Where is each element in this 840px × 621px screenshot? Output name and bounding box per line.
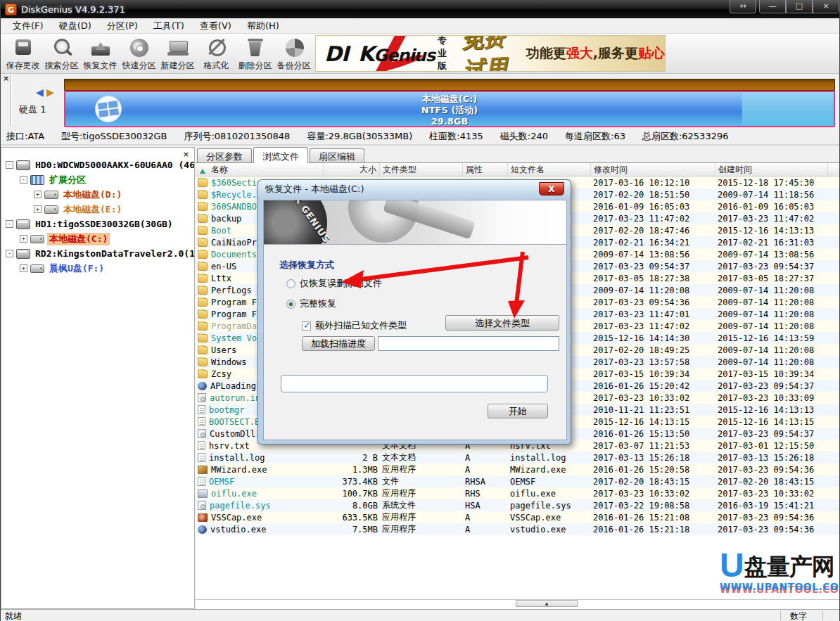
file-ctime-cell: 2009-07-14 11:20:08 (715, 297, 828, 307)
menu-item[interactable]: 硬盘(D) (51, 18, 99, 34)
tree-item[interactable]: +本地磁盘(C:) (1, 231, 194, 246)
scan-progress-path-input[interactable] (378, 336, 559, 351)
disk-icon (16, 219, 30, 229)
file-mtime-cell: 2009-07-14 13:08:56 (591, 250, 715, 260)
tree-expander-icon[interactable]: - (6, 250, 13, 257)
menu-item[interactable]: 文件(F) (5, 18, 51, 34)
file-row[interactable]: vstudio.exe7.5MB应用程序Avstudio.exe2016-01-… (196, 523, 840, 535)
maximize-button[interactable]: □ (786, 0, 813, 13)
start-button[interactable]: 开始 (488, 404, 548, 418)
file-row[interactable]: install.log2 B文本文档Ainstall.log2017-03-13… (196, 452, 840, 463)
tree-expander-icon[interactable]: + (20, 264, 27, 272)
checkbox-checked-icon[interactable] (302, 321, 311, 331)
file-mtime-cell: 2017-03-05 18:27:38 (591, 274, 715, 283)
toolbar-button-format[interactable]: 格式化 (197, 35, 236, 72)
file-type-cell: 应用程序 (380, 463, 463, 475)
menu-item[interactable]: 分区(P) (99, 18, 146, 34)
column-header[interactable]: 修改时间 (591, 163, 715, 176)
column-header[interactable]: 名称 (196, 163, 324, 176)
file-row[interactable]: OEMSF373.4KB文件RHSAOEMSF2017-02-20 18:43:… (196, 475, 840, 487)
file-ctime-cell: 2017-03-15 10:39:34 (715, 369, 828, 379)
tree-expander-icon[interactable]: + (20, 235, 27, 243)
tab-inactive[interactable]: 分区参数 (197, 148, 252, 162)
file-name: Users (211, 345, 236, 355)
tree-item[interactable]: +本地磁盘(E:) (1, 202, 194, 217)
toolbar-button-search[interactable]: 搜索分区 (42, 35, 81, 72)
tree-expander-icon[interactable]: + (34, 205, 42, 213)
file-shortname-cell: MWizard.exe (508, 465, 591, 475)
minimize-button[interactable]: — (759, 0, 786, 13)
menu-item[interactable]: 工具(T) (146, 18, 192, 34)
tree-item[interactable]: -扩展分区 (1, 172, 194, 187)
select-file-types-button[interactable]: 选择文件类型 (445, 315, 559, 331)
radio-on-icon[interactable] (286, 300, 295, 309)
disk-info-item: 容量:29.8GB(30533MB) (307, 130, 412, 143)
file-type-cell: 文本文档 (380, 452, 463, 463)
file-ctime-cell: 2015-12-16 14:13:59 (715, 333, 828, 343)
column-header[interactable]: 属性 (463, 163, 508, 176)
prev-disk-icon[interactable]: ◀ (36, 87, 44, 98)
checkbox-scan-known-types[interactable]: 额外扫描已知文件类型 (302, 319, 407, 332)
file-attr-cell: HSA (463, 501, 508, 511)
tab-inactive[interactable]: 扇区编辑 (310, 148, 364, 162)
file-row[interactable]: oiflu.exe100.7KB应用程序RHSoiflu.exe2017-03-… (196, 487, 840, 499)
tree-item[interactable]: +晨枫U盘(F:) (1, 261, 194, 276)
file-mtime-cell: 2017-02-20 18:51:50 (591, 190, 715, 200)
disk-label: 硬盘 1 (19, 103, 46, 116)
swap-window-button[interactable]: ↔ (730, 0, 756, 13)
drive-icon (44, 191, 58, 199)
file-mtime-cell: 2015-12-16 14:14:30 (591, 333, 715, 343)
next-disk-icon[interactable]: ▶ (46, 87, 54, 98)
tree-item[interactable]: -HD1:tigoSSDE30032GB(30GB) (1, 217, 194, 231)
file-ctime-cell: 2017-03-23 09:54:36 (715, 465, 828, 475)
radio-off-icon[interactable] (286, 279, 295, 288)
tree-item[interactable]: +本地磁盘(D:) (1, 187, 194, 202)
collapse-notch-button[interactable]: ▲ (516, 600, 578, 607)
file-ctime-cell: 2009-07-14 13:08:56 (715, 250, 828, 260)
blank-file-icon (198, 417, 205, 426)
menu-item[interactable]: 帮助(H) (239, 18, 287, 34)
column-header[interactable]: 大小 (324, 163, 380, 176)
toolbar-button-restore[interactable]: 恢复文件 (81, 35, 120, 72)
panel-close-icon[interactable]: × (3, 75, 9, 82)
dialog-titlebar[interactable]: 恢复文件 - 本地磁盘(C:) (258, 180, 571, 198)
load-scan-progress-button[interactable]: 加载扫描进度 (302, 336, 375, 351)
toolbar-button-quick[interactable]: 快速分区 (120, 35, 158, 72)
file-ctime-cell: 2017-03-23 09:54:37 (715, 262, 828, 271)
menu-item[interactable]: 查看(V) (192, 18, 239, 34)
file-ctime-cell: 2017-03-23 09:54:37 (715, 429, 828, 439)
toolbar-button-save[interactable]: 保存更改 (4, 35, 42, 72)
tree-expander-icon[interactable]: + (34, 191, 42, 198)
close-button[interactable]: × (813, 0, 839, 13)
toolbar-button-label: 新建分区 (158, 60, 197, 72)
toolbar-button-delete[interactable]: 删除分区 (236, 35, 274, 72)
dialog-close-button[interactable]: X (539, 182, 564, 196)
tree-expander-icon[interactable]: - (6, 220, 13, 228)
column-header[interactable]: 创建时间 (715, 163, 828, 176)
file-row[interactable]: VSSCap.exe633.5KB应用程序AVSSCap.exe2016-01-… (196, 511, 840, 523)
column-header-label: 文件类型 (383, 164, 416, 176)
column-header[interactable]: 文件类型 (380, 163, 463, 176)
tree-expander-icon[interactable]: - (6, 161, 13, 169)
radio-full-recovery[interactable]: 完整恢复 (286, 297, 336, 310)
partition-c-bar[interactable]: 本地磁盘(C:) NTFS (活动) 29.8GB (64, 91, 835, 127)
file-ctime-cell: 2017-03-23 10:33:09 (715, 393, 828, 403)
drive-icon (44, 205, 58, 214)
radio-recover-deleted[interactable]: 仅恢复误删除的文件 (286, 277, 382, 290)
toolbar-button-backup[interactable]: 备份分区 (274, 35, 313, 72)
tab-active[interactable]: 浏览文件 (253, 147, 308, 163)
promo-banner[interactable]: DIKGenius 专业版 免费试用 功能更强大,服务更贴心 (315, 35, 666, 72)
toolbar-button-new[interactable]: 新建分区 (158, 35, 197, 72)
file-ctime-cell: 2009-07-14 11:20:08 (715, 309, 828, 319)
tree-item-label: HD1:tigoSSDE30032GB(30GB) (33, 219, 175, 229)
column-header[interactable]: 短文件名 (508, 163, 591, 176)
tree-item[interactable]: -HD0:WDCWD5000AAKX-60U6AA0 (466GB) (1, 158, 194, 172)
tree-expander-icon[interactable]: - (20, 176, 27, 184)
file-row[interactable]: MWizard.exe1.3MB应用程序AMWizard.exe2016-01-… (196, 463, 840, 475)
status-divider (780, 611, 781, 620)
dialog-banner-image: DISK GENIUS (263, 200, 567, 245)
slogan-part: 功能更 (526, 45, 566, 60)
tree-item[interactable]: -RD2:KingstonDataTraveler2.0(15GB (1, 246, 194, 261)
file-row[interactable]: pagefile.sys8.0GB系统文件HSApagefile.sys2017… (196, 499, 840, 511)
file-mtime-cell: 2017-02-20 18:43:15 (591, 477, 715, 487)
